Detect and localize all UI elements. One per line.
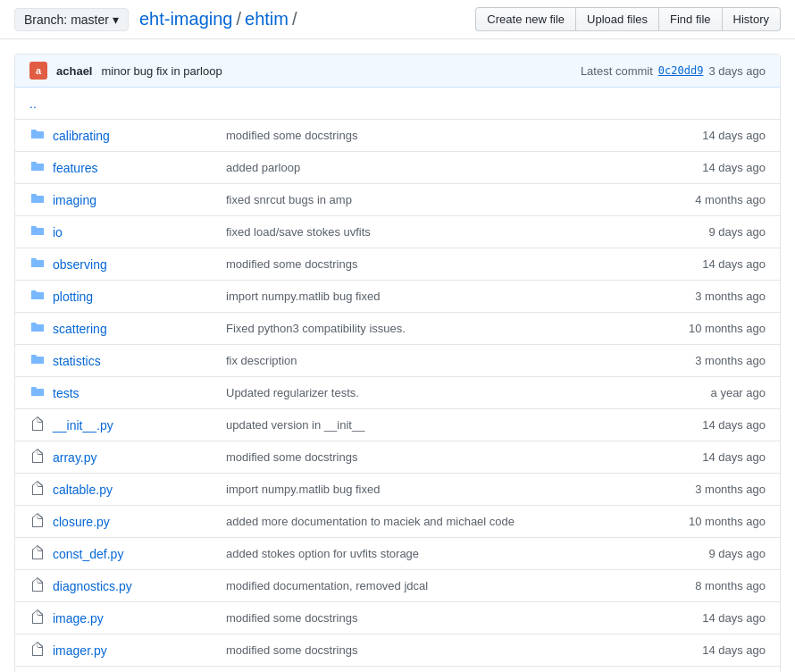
- dir-link[interactable]: calibrating: [53, 129, 110, 143]
- dir-link[interactable]: scattering: [53, 322, 107, 336]
- commit-bar: a achael minor bug fix in parloop Latest…: [15, 55, 780, 88]
- file-time: 3 months ago: [640, 354, 766, 367]
- file-time: 14 days ago: [640, 643, 766, 657]
- file-row: movie.py Propagate logical position angl…: [15, 667, 780, 672]
- parent-dir-link[interactable]: ..: [29, 97, 37, 111]
- file-commit-message: added parloop: [226, 161, 640, 174]
- file-time: 3 months ago: [640, 483, 766, 496]
- file-commit-message: Fixed python3 compatibility issues.: [226, 322, 640, 335]
- file-row: __init__.py updated version in __init__ …: [15, 409, 780, 441]
- file-icon: [29, 609, 46, 627]
- file-name-cell: plotting: [29, 289, 226, 305]
- repo-file-browser: a achael minor bug fix in parloop Latest…: [14, 54, 781, 672]
- file-name-cell: statistics: [29, 353, 226, 369]
- file-row: image.py modified some docstrings 14 day…: [15, 602, 780, 634]
- folder-icon: [29, 321, 46, 337]
- file-link[interactable]: image.py: [53, 611, 104, 626]
- action-buttons: Create new file Upload files Find file H…: [475, 7, 781, 31]
- file-commit-message: modified documentation, removed jdcal: [226, 579, 640, 592]
- file-commit-message: modified some docstrings: [226, 611, 640, 625]
- file-link[interactable]: const_def.py: [53, 547, 123, 561]
- file-row: imaging fixed snrcut bugs in amp 4 month…: [15, 184, 780, 216]
- file-time: 14 days ago: [640, 418, 766, 432]
- file-link[interactable]: imager.py: [53, 643, 107, 658]
- upload-files-button[interactable]: Upload files: [576, 7, 659, 31]
- file-link[interactable]: __init__.py: [53, 418, 113, 433]
- folder-icon: [29, 353, 46, 369]
- file-time: 14 days ago: [640, 129, 766, 142]
- file-time: 14 days ago: [640, 450, 766, 464]
- dir-link[interactable]: plotting: [53, 290, 93, 304]
- folder-icon: [29, 224, 46, 240]
- file-name-cell: observing: [29, 256, 226, 273]
- file-name-cell: array.py: [29, 449, 226, 466]
- file-name-cell: const_def.py: [29, 545, 226, 563]
- breadcrumb-repo[interactable]: ehtim: [245, 9, 289, 29]
- file-time: 8 months ago: [640, 579, 766, 592]
- breadcrumb-sep2: /: [292, 9, 297, 29]
- folder-icon: [29, 128, 46, 144]
- commit-meta: Latest commit 0c20dd9 3 days ago: [581, 64, 766, 78]
- file-icon: [29, 642, 46, 659]
- breadcrumb: eht-imaging / ehtim /: [139, 9, 297, 29]
- file-commit-message: updated version in __init__: [226, 418, 640, 432]
- file-commit-message: fix description: [226, 354, 640, 367]
- file-name-cell: diagnostics.py: [29, 577, 226, 595]
- folder-icon: [29, 289, 46, 305]
- file-time: 14 days ago: [640, 161, 766, 174]
- dir-link[interactable]: imaging: [53, 193, 96, 207]
- file-link[interactable]: diagnostics.py: [53, 579, 132, 593]
- file-icon: [29, 545, 46, 563]
- file-name-cell: __init__.py: [29, 416, 226, 434]
- file-row: tests Updated regularizer tests. a year …: [15, 377, 780, 409]
- create-new-file-button[interactable]: Create new file: [475, 7, 576, 31]
- folder-icon: [29, 256, 46, 273]
- file-icon: [29, 481, 46, 499]
- file-link[interactable]: array.py: [53, 450, 97, 465]
- file-name-cell: imager.py: [29, 642, 226, 659]
- history-button[interactable]: History: [723, 7, 781, 31]
- file-name-cell: tests: [29, 385, 226, 401]
- file-link[interactable]: caltable.py: [53, 483, 113, 497]
- file-icon: [29, 416, 46, 434]
- file-commit-message: fixed load/save stokes uvfits: [226, 225, 640, 239]
- file-row: io fixed load/save stokes uvfits 9 days …: [15, 216, 780, 248]
- file-row: calibrating modified some docstrings 14 …: [15, 120, 780, 152]
- file-row: plotting import numpy.matlib bug fixed 3…: [15, 281, 780, 313]
- file-commit-message: added more documentation to maciek and m…: [226, 515, 640, 528]
- dir-link[interactable]: observing: [53, 257, 107, 272]
- file-name-cell: imaging: [29, 192, 226, 208]
- find-file-button[interactable]: Find file: [659, 7, 723, 31]
- file-time: 10 months ago: [640, 515, 766, 528]
- dir-link[interactable]: features: [53, 161, 98, 175]
- branch-selector[interactable]: Branch: master ▾: [14, 8, 129, 31]
- file-link[interactable]: closure.py: [53, 515, 110, 529]
- file-time: a year ago: [640, 386, 766, 399]
- file-time: 9 days ago: [640, 547, 766, 560]
- file-commit-message: added stokes option for uvfits storage: [226, 547, 640, 560]
- commit-hash[interactable]: 0c20dd9: [658, 64, 704, 77]
- file-row: scattering Fixed python3 compatibility i…: [15, 313, 780, 345]
- file-time: 9 days ago: [640, 225, 766, 239]
- file-row: diagnostics.py modified documentation, r…: [15, 570, 780, 602]
- branch-dropdown-icon: ▾: [113, 13, 119, 27]
- file-name-cell: calibrating: [29, 128, 226, 144]
- file-row: const_def.py added stokes option for uvf…: [15, 538, 780, 570]
- file-row: features added parloop 14 days ago: [15, 152, 780, 184]
- breadcrumb-org[interactable]: eht-imaging: [139, 9, 233, 29]
- file-row: closure.py added more documentation to m…: [15, 506, 780, 538]
- file-name-cell: image.py: [29, 609, 226, 627]
- file-commit-message: modified some docstrings: [226, 129, 640, 142]
- dir-link[interactable]: tests: [53, 386, 80, 400]
- file-time: 14 days ago: [640, 611, 766, 625]
- file-name-cell: io: [29, 224, 226, 240]
- breadcrumb-sep1: /: [236, 9, 241, 29]
- dir-link[interactable]: io: [53, 225, 63, 239]
- file-icon: [29, 513, 46, 531]
- commit-author[interactable]: achael: [56, 64, 92, 78]
- dir-link[interactable]: statistics: [53, 354, 101, 368]
- parent-dir-name-cell: ..: [29, 97, 226, 111]
- file-row: imager.py modified some docstrings 14 da…: [15, 634, 780, 667]
- file-commit-message: import numpy.matlib bug fixed: [226, 290, 640, 303]
- file-name-cell: scattering: [29, 321, 226, 337]
